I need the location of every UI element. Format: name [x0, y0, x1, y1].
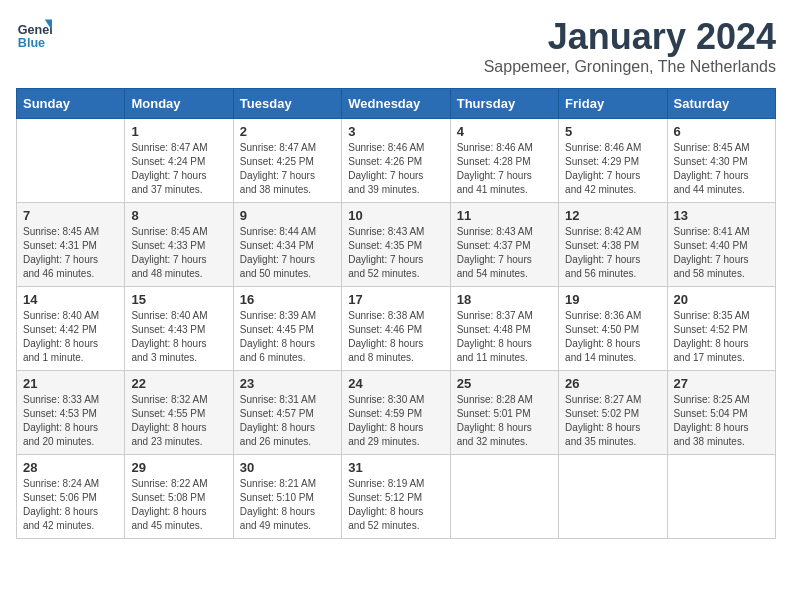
day-number: 28 [23, 460, 118, 475]
day-info: Sunrise: 8:30 AM Sunset: 4:59 PM Dayligh… [348, 393, 443, 449]
day-info: Sunrise: 8:46 AM Sunset: 4:28 PM Dayligh… [457, 141, 552, 197]
calendar-cell: 25Sunrise: 8:28 AM Sunset: 5:01 PM Dayli… [450, 371, 558, 455]
calendar-cell: 31Sunrise: 8:19 AM Sunset: 5:12 PM Dayli… [342, 455, 450, 539]
day-info: Sunrise: 8:45 AM Sunset: 4:30 PM Dayligh… [674, 141, 769, 197]
day-number: 1 [131, 124, 226, 139]
weekday-header-friday: Friday [559, 89, 667, 119]
location-subtitle: Sappemeer, Groningen, The Netherlands [484, 58, 776, 76]
calendar-cell: 24Sunrise: 8:30 AM Sunset: 4:59 PM Dayli… [342, 371, 450, 455]
day-number: 11 [457, 208, 552, 223]
day-info: Sunrise: 8:28 AM Sunset: 5:01 PM Dayligh… [457, 393, 552, 449]
calendar-cell: 23Sunrise: 8:31 AM Sunset: 4:57 PM Dayli… [233, 371, 341, 455]
day-info: Sunrise: 8:44 AM Sunset: 4:34 PM Dayligh… [240, 225, 335, 281]
calendar-cell: 19Sunrise: 8:36 AM Sunset: 4:50 PM Dayli… [559, 287, 667, 371]
calendar-cell: 8Sunrise: 8:45 AM Sunset: 4:33 PM Daylig… [125, 203, 233, 287]
day-number: 29 [131, 460, 226, 475]
logo-icon: General Blue [16, 16, 52, 52]
day-info: Sunrise: 8:46 AM Sunset: 4:26 PM Dayligh… [348, 141, 443, 197]
calendar-cell: 30Sunrise: 8:21 AM Sunset: 5:10 PM Dayli… [233, 455, 341, 539]
calendar-cell: 17Sunrise: 8:38 AM Sunset: 4:46 PM Dayli… [342, 287, 450, 371]
day-number: 3 [348, 124, 443, 139]
calendar-cell: 12Sunrise: 8:42 AM Sunset: 4:38 PM Dayli… [559, 203, 667, 287]
calendar-cell: 10Sunrise: 8:43 AM Sunset: 4:35 PM Dayli… [342, 203, 450, 287]
day-info: Sunrise: 8:24 AM Sunset: 5:06 PM Dayligh… [23, 477, 118, 533]
calendar-cell: 16Sunrise: 8:39 AM Sunset: 4:45 PM Dayli… [233, 287, 341, 371]
title-block: January 2024 Sappemeer, Groningen, The N… [484, 16, 776, 76]
month-title: January 2024 [484, 16, 776, 58]
weekday-header-wednesday: Wednesday [342, 89, 450, 119]
day-number: 8 [131, 208, 226, 223]
day-number: 30 [240, 460, 335, 475]
calendar-cell: 20Sunrise: 8:35 AM Sunset: 4:52 PM Dayli… [667, 287, 775, 371]
day-number: 27 [674, 376, 769, 391]
day-info: Sunrise: 8:42 AM Sunset: 4:38 PM Dayligh… [565, 225, 660, 281]
day-number: 10 [348, 208, 443, 223]
calendar-week-row: 7Sunrise: 8:45 AM Sunset: 4:31 PM Daylig… [17, 203, 776, 287]
day-info: Sunrise: 8:47 AM Sunset: 4:25 PM Dayligh… [240, 141, 335, 197]
day-number: 17 [348, 292, 443, 307]
calendar-cell: 27Sunrise: 8:25 AM Sunset: 5:04 PM Dayli… [667, 371, 775, 455]
weekday-header-monday: Monday [125, 89, 233, 119]
day-number: 20 [674, 292, 769, 307]
day-info: Sunrise: 8:43 AM Sunset: 4:35 PM Dayligh… [348, 225, 443, 281]
calendar-cell [559, 455, 667, 539]
day-info: Sunrise: 8:40 AM Sunset: 4:43 PM Dayligh… [131, 309, 226, 365]
day-info: Sunrise: 8:38 AM Sunset: 4:46 PM Dayligh… [348, 309, 443, 365]
svg-text:Blue: Blue [18, 36, 45, 50]
calendar-cell: 13Sunrise: 8:41 AM Sunset: 4:40 PM Dayli… [667, 203, 775, 287]
weekday-header-tuesday: Tuesday [233, 89, 341, 119]
calendar-week-row: 21Sunrise: 8:33 AM Sunset: 4:53 PM Dayli… [17, 371, 776, 455]
calendar-cell: 7Sunrise: 8:45 AM Sunset: 4:31 PM Daylig… [17, 203, 125, 287]
calendar-cell: 28Sunrise: 8:24 AM Sunset: 5:06 PM Dayli… [17, 455, 125, 539]
day-number: 21 [23, 376, 118, 391]
calendar-cell: 4Sunrise: 8:46 AM Sunset: 4:28 PM Daylig… [450, 119, 558, 203]
day-info: Sunrise: 8:31 AM Sunset: 4:57 PM Dayligh… [240, 393, 335, 449]
calendar-cell: 11Sunrise: 8:43 AM Sunset: 4:37 PM Dayli… [450, 203, 558, 287]
calendar-cell: 9Sunrise: 8:44 AM Sunset: 4:34 PM Daylig… [233, 203, 341, 287]
day-info: Sunrise: 8:45 AM Sunset: 4:33 PM Dayligh… [131, 225, 226, 281]
calendar-cell: 21Sunrise: 8:33 AM Sunset: 4:53 PM Dayli… [17, 371, 125, 455]
weekday-header-sunday: Sunday [17, 89, 125, 119]
calendar-cell: 15Sunrise: 8:40 AM Sunset: 4:43 PM Dayli… [125, 287, 233, 371]
logo: General Blue [16, 16, 52, 52]
day-number: 19 [565, 292, 660, 307]
day-number: 2 [240, 124, 335, 139]
day-info: Sunrise: 8:36 AM Sunset: 4:50 PM Dayligh… [565, 309, 660, 365]
weekday-header-saturday: Saturday [667, 89, 775, 119]
day-info: Sunrise: 8:22 AM Sunset: 5:08 PM Dayligh… [131, 477, 226, 533]
calendar-cell [17, 119, 125, 203]
day-number: 18 [457, 292, 552, 307]
day-info: Sunrise: 8:32 AM Sunset: 4:55 PM Dayligh… [131, 393, 226, 449]
calendar-cell: 26Sunrise: 8:27 AM Sunset: 5:02 PM Dayli… [559, 371, 667, 455]
day-info: Sunrise: 8:37 AM Sunset: 4:48 PM Dayligh… [457, 309, 552, 365]
calendar-table: SundayMondayTuesdayWednesdayThursdayFrid… [16, 88, 776, 539]
day-info: Sunrise: 8:46 AM Sunset: 4:29 PM Dayligh… [565, 141, 660, 197]
day-info: Sunrise: 8:43 AM Sunset: 4:37 PM Dayligh… [457, 225, 552, 281]
calendar-cell: 14Sunrise: 8:40 AM Sunset: 4:42 PM Dayli… [17, 287, 125, 371]
day-number: 31 [348, 460, 443, 475]
day-info: Sunrise: 8:35 AM Sunset: 4:52 PM Dayligh… [674, 309, 769, 365]
calendar-cell: 18Sunrise: 8:37 AM Sunset: 4:48 PM Dayli… [450, 287, 558, 371]
calendar-cell: 22Sunrise: 8:32 AM Sunset: 4:55 PM Dayli… [125, 371, 233, 455]
calendar-cell: 3Sunrise: 8:46 AM Sunset: 4:26 PM Daylig… [342, 119, 450, 203]
day-number: 26 [565, 376, 660, 391]
weekday-header-thursday: Thursday [450, 89, 558, 119]
day-info: Sunrise: 8:27 AM Sunset: 5:02 PM Dayligh… [565, 393, 660, 449]
day-number: 5 [565, 124, 660, 139]
day-info: Sunrise: 8:40 AM Sunset: 4:42 PM Dayligh… [23, 309, 118, 365]
day-info: Sunrise: 8:25 AM Sunset: 5:04 PM Dayligh… [674, 393, 769, 449]
day-info: Sunrise: 8:33 AM Sunset: 4:53 PM Dayligh… [23, 393, 118, 449]
day-number: 16 [240, 292, 335, 307]
day-number: 9 [240, 208, 335, 223]
day-info: Sunrise: 8:45 AM Sunset: 4:31 PM Dayligh… [23, 225, 118, 281]
calendar-cell: 5Sunrise: 8:46 AM Sunset: 4:29 PM Daylig… [559, 119, 667, 203]
day-number: 13 [674, 208, 769, 223]
day-number: 22 [131, 376, 226, 391]
calendar-cell: 2Sunrise: 8:47 AM Sunset: 4:25 PM Daylig… [233, 119, 341, 203]
day-info: Sunrise: 8:39 AM Sunset: 4:45 PM Dayligh… [240, 309, 335, 365]
day-number: 23 [240, 376, 335, 391]
day-number: 24 [348, 376, 443, 391]
day-info: Sunrise: 8:21 AM Sunset: 5:10 PM Dayligh… [240, 477, 335, 533]
calendar-cell: 29Sunrise: 8:22 AM Sunset: 5:08 PM Dayli… [125, 455, 233, 539]
day-number: 4 [457, 124, 552, 139]
